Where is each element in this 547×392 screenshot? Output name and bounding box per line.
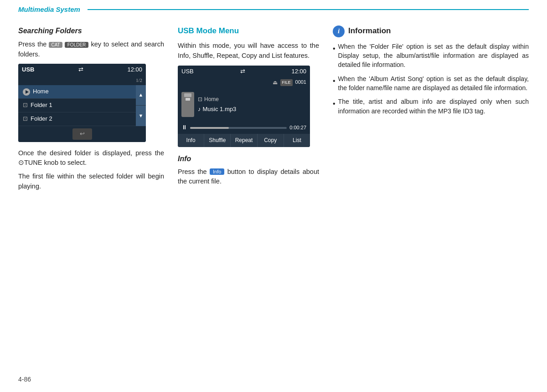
- usb-thumb-image: [181, 92, 194, 117]
- usb-port: [186, 98, 190, 101]
- folder-button-label: FOLDER: [65, 42, 89, 48]
- folder-icon: ⊡: [23, 101, 28, 110]
- pause-icon: ⏸: [181, 123, 187, 132]
- progress-bar-fill: [190, 127, 229, 129]
- scroll-up-arrow[interactable]: ▲: [136, 85, 146, 105]
- screen2-folder-row: ⊡ Home: [198, 96, 306, 103]
- page-footer: 4-86: [18, 375, 31, 384]
- bullet-dot: •: [333, 43, 335, 54]
- screen1-usb-icon: ⇄: [78, 66, 83, 74]
- info-inline-button: Info: [210, 168, 224, 175]
- screen2-controls: Info Shuffle Repeat Copy List: [178, 134, 310, 147]
- list-control-button[interactable]: List: [284, 134, 310, 147]
- screen2-cassette-icon: ⏏: [273, 79, 278, 87]
- mid-section-heading: USB Mode Menu: [178, 25, 319, 37]
- mid-column: USB Mode Menu Within this mode, you will…: [178, 25, 319, 195]
- screen1-folder-area: Home ⊡ Folder 1 ⊡ Folder 2 ▲ ▼: [18, 85, 146, 126]
- left-column: Searching Folders Press the CAT FOLDER k…: [18, 25, 164, 195]
- screen2-header: USB ⇄ 12:00: [178, 66, 310, 78]
- folder-icon: ⊡: [23, 115, 28, 123]
- screen2-body: ⊡ Home ♪ Music 1.mp3: [178, 87, 310, 122]
- bullet-dot: •: [333, 98, 335, 109]
- list-item: • When the 'Folder File' option is set a…: [333, 42, 529, 70]
- right-column: i Information • When the 'Folder File' o…: [333, 25, 529, 195]
- information-heading-text: Information: [348, 25, 391, 37]
- screen1-page: 1/2: [136, 77, 142, 84]
- screen2-track-name: Music 1.mp3: [203, 105, 237, 114]
- information-bullets: • When the 'Folder File' option is set a…: [333, 42, 529, 116]
- shuffle-control-button[interactable]: Shuffle: [204, 134, 231, 147]
- screen2-time: 12:00: [291, 67, 306, 76]
- list-item: Home: [18, 85, 136, 99]
- bullet-dot: •: [333, 76, 335, 86]
- repeat-control-button[interactable]: Repeat: [231, 134, 257, 147]
- screen1-items: Home ⊡ Folder 1 ⊡ Folder 2: [18, 85, 136, 126]
- usb-connector: [184, 93, 191, 97]
- home-label: Home: [33, 87, 49, 96]
- left-para2: Once the desired folder is displayed, pr…: [18, 148, 164, 168]
- screen2-track-info: ⊡ Home ♪ Music 1.mp3: [198, 96, 306, 114]
- screen2-elapsed-time: 0:00:27: [289, 124, 306, 132]
- left-para1: Press the CAT FOLDER key to select and s…: [18, 40, 164, 60]
- screen1-time: 12:00: [127, 66, 142, 74]
- cat-button-label: CAT: [49, 42, 62, 48]
- info-circle-icon: i: [333, 25, 345, 37]
- list-item: • When the 'Album Artist Song' option is…: [333, 74, 529, 93]
- info-description: Press the Info button to display details…: [178, 167, 319, 187]
- usb-screen-2: USB ⇄ 12:00 ⏏ FILE 0001 ⊡ Home: [178, 66, 310, 147]
- page-number: 4-86: [18, 376, 31, 383]
- folder-icon-player: ⊡: [198, 96, 202, 103]
- header-title: Multimedia System: [18, 5, 88, 15]
- screen1-usb-label: USB: [22, 66, 34, 74]
- copy-control-button[interactable]: Copy: [258, 134, 284, 147]
- progress-bar: [190, 127, 287, 129]
- folder1-label: Folder 1: [31, 101, 52, 110]
- screen2-usb-symbol: ⇄: [240, 67, 245, 76]
- main-content: Searching Folders Press the CAT FOLDER k…: [0, 17, 547, 214]
- info-sub-heading: Info: [178, 153, 319, 164]
- mid-intro: Within this mode, you will have access t…: [178, 41, 319, 61]
- screen2-folder-name: Home: [204, 96, 219, 103]
- page-header: Multimedia System: [0, 0, 547, 15]
- back-button[interactable]: ↩: [72, 128, 92, 140]
- left-section-heading: Searching Folders: [18, 25, 164, 36]
- list-item: • The title, artist and album info are d…: [333, 97, 529, 116]
- scroll-arrows: ▲ ▼: [136, 85, 146, 126]
- scroll-down-arrow[interactable]: ▼: [136, 106, 146, 126]
- screen2-file-num: 0001: [295, 79, 306, 86]
- bullet-text-3: The title, artist and album info are dis…: [338, 97, 529, 116]
- information-heading-row: i Information: [333, 25, 529, 37]
- info-control-button[interactable]: Info: [178, 134, 204, 147]
- header-divider: [88, 9, 529, 10]
- left-para3: The first file within the selected folde…: [18, 172, 164, 192]
- screen2-usb-label: USB: [181, 67, 194, 76]
- play-icon: [23, 88, 30, 96]
- screen1-back-row: ↩: [18, 126, 146, 142]
- usb-screen-1: USB ⇄ 12:00 1/2 Home ⊡ Folder 1: [18, 64, 146, 142]
- folder2-label: Folder 2: [31, 115, 52, 123]
- bullet-text-1: When the 'Folder File' option is set as …: [338, 42, 529, 70]
- bullet-text-2: When the 'Album Artist Song' option is s…: [338, 74, 529, 93]
- screen2-progress-row: ⏸ 0:00:27: [178, 122, 310, 134]
- music-icon: ♪: [198, 105, 201, 114]
- list-item: ⊡ Folder 2: [18, 112, 136, 126]
- list-item: ⊡ Folder 1: [18, 99, 136, 112]
- screen2-file-badge: FILE: [280, 79, 293, 86]
- screen1-header: USB ⇄ 12:00: [18, 64, 146, 76]
- screen2-track-row: ♪ Music 1.mp3: [198, 105, 306, 114]
